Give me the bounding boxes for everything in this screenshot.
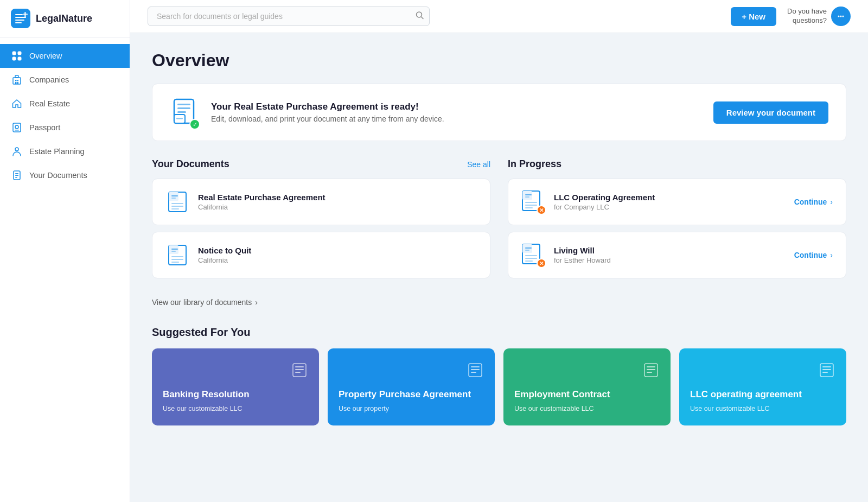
header: + New Do you havequestions? <box>130 0 868 33</box>
svg-rect-6 <box>23 14 28 15</box>
svg-rect-9 <box>12 57 16 60</box>
in-progress-header: In Progress <box>508 158 846 170</box>
doc-icon-wrapper-living-will: ✕ <box>521 243 545 267</box>
doc-card-info-notice: Notice to Quit California <box>198 246 251 264</box>
suggested-card-subtitle: Use our customizable LLC <box>690 405 835 412</box>
svg-rect-47 <box>171 259 183 260</box>
status-x-badge: ✕ <box>537 205 546 215</box>
sidebar-item-companies[interactable]: Companies <box>0 68 130 92</box>
suggested-card-subtitle: Use our property <box>339 405 484 412</box>
svg-rect-1 <box>15 14 23 15</box>
doc-card-notice-to-quit[interactable]: Notice to Quit California <box>152 232 490 278</box>
suggested-card-title: LLC operating agreement <box>690 389 835 401</box>
sidebar-item-real-estate[interactable]: Real Estate <box>0 92 130 116</box>
svg-rect-2 <box>15 17 26 18</box>
svg-point-18 <box>15 125 18 129</box>
suggested-card-property[interactable]: Property Purchase Agreement Use our prop… <box>328 348 495 425</box>
suggested-card-icon-employment <box>642 361 660 381</box>
svg-rect-45 <box>171 251 176 252</box>
svg-rect-55 <box>525 207 533 208</box>
suggested-card-icon-property <box>467 361 484 381</box>
svg-rect-30 <box>177 104 190 105</box>
suggested-card-llc[interactable]: LLC operating agreement Use our customiz… <box>679 348 846 425</box>
two-col-section: Your Documents See all <box>152 158 846 285</box>
suggested-card-subtitle: Use our customizable LLC <box>163 405 308 412</box>
nav-items: Overview Companies Real Est <box>0 37 130 502</box>
svg-rect-16 <box>15 75 18 78</box>
svg-point-28 <box>843 16 844 17</box>
search-button[interactable] <box>416 11 424 22</box>
svg-rect-70 <box>471 372 476 373</box>
svg-rect-78 <box>822 372 828 373</box>
sidebar-item-label: Your Documents <box>29 171 87 180</box>
sidebar-item-label: Estate Planning <box>29 147 85 156</box>
doc-card-title: Notice to Quit <box>198 246 251 255</box>
suggested-card-employment[interactable]: Employment Contract Use our customizable… <box>503 348 671 425</box>
svg-rect-41 <box>171 208 179 209</box>
svg-rect-0 <box>11 9 30 28</box>
banner-icon: ✓ <box>170 97 198 128</box>
questions-area: Do you havequestions? <box>787 7 851 26</box>
doc-card-icon-real-estate <box>165 190 189 214</box>
sidebar-item-your-documents[interactable]: Your Documents <box>0 163 130 187</box>
banner-text: Your Real Estate Purchase Agreement is r… <box>211 101 444 123</box>
doc-icon-wrapper-llc: ✕ <box>521 190 545 214</box>
svg-rect-22 <box>15 173 18 174</box>
logo-area: LegalNature <box>0 0 130 37</box>
banner-title: Your Real Estate Purchase Agreement is r… <box>211 101 444 112</box>
svg-rect-39 <box>171 203 183 204</box>
search-input[interactable] <box>148 7 430 26</box>
review-document-button[interactable]: Review your document <box>713 101 828 124</box>
svg-rect-19 <box>15 130 19 131</box>
svg-rect-51 <box>525 194 532 195</box>
svg-rect-53 <box>525 202 537 203</box>
svg-rect-72 <box>647 366 655 367</box>
continue-button-living-will[interactable]: Continue <box>794 251 827 259</box>
sidebar-item-label: Companies <box>29 75 69 84</box>
your-documents-header: Your Documents See all <box>152 158 490 170</box>
continue-button-llc[interactable]: Continue <box>794 198 827 206</box>
svg-rect-73 <box>647 369 655 370</box>
doc-card-real-estate[interactable]: Real Estate Purchase Agreement Californi… <box>152 179 490 225</box>
svg-rect-76 <box>822 366 831 367</box>
svg-rect-68 <box>471 366 480 367</box>
document-icon <box>11 169 23 181</box>
svg-rect-14 <box>15 82 17 84</box>
suggested-title: Suggested For You <box>152 326 846 339</box>
doc-card-living-will[interactable]: ✕ Living Will for Esther Howard Continue… <box>508 232 846 278</box>
svg-rect-52 <box>525 196 529 198</box>
chat-button[interactable] <box>831 7 851 26</box>
svg-rect-11 <box>13 78 21 84</box>
in-progress-section: In Progress ✕ <box>508 158 846 285</box>
svg-rect-65 <box>295 369 304 370</box>
svg-rect-3 <box>15 20 24 21</box>
suggested-card-banking[interactable]: Banking Resolution Use our customizable … <box>152 348 319 425</box>
svg-point-27 <box>840 16 842 17</box>
view-library-link[interactable]: View our library of documents › <box>152 298 846 307</box>
suggested-card-icon-llc <box>818 361 835 381</box>
svg-rect-69 <box>471 369 480 370</box>
logo-icon <box>11 9 30 28</box>
svg-rect-60 <box>525 255 537 256</box>
svg-rect-38 <box>171 198 176 199</box>
see-all-button[interactable]: See all <box>467 160 490 169</box>
svg-rect-66 <box>295 372 301 373</box>
doc-card-llc-operating[interactable]: ✕ LLC Operating Agreement for Company LL… <box>508 179 846 225</box>
doc-card-subtitle: California <box>198 203 326 211</box>
svg-rect-48 <box>171 262 179 263</box>
page-title: Overview <box>152 50 846 71</box>
sidebar-item-estate-planning[interactable]: Estate Planning <box>0 139 130 163</box>
new-button[interactable]: + New <box>731 7 776 26</box>
svg-point-20 <box>15 148 18 151</box>
svg-rect-17 <box>13 123 21 132</box>
sidebar-item-passport[interactable]: Passport <box>0 116 130 139</box>
svg-rect-74 <box>647 372 652 373</box>
suggested-card-title: Banking Resolution <box>163 389 308 401</box>
sidebar-item-overview[interactable]: Overview <box>0 44 130 68</box>
suggested-grid: Banking Resolution Use our customizable … <box>152 348 846 425</box>
doc-card-subtitle: for Company LLC <box>554 203 655 211</box>
chevron-right-icon: › <box>830 251 833 259</box>
svg-point-26 <box>838 16 840 17</box>
svg-rect-59 <box>525 250 529 251</box>
svg-rect-24 <box>15 177 17 178</box>
